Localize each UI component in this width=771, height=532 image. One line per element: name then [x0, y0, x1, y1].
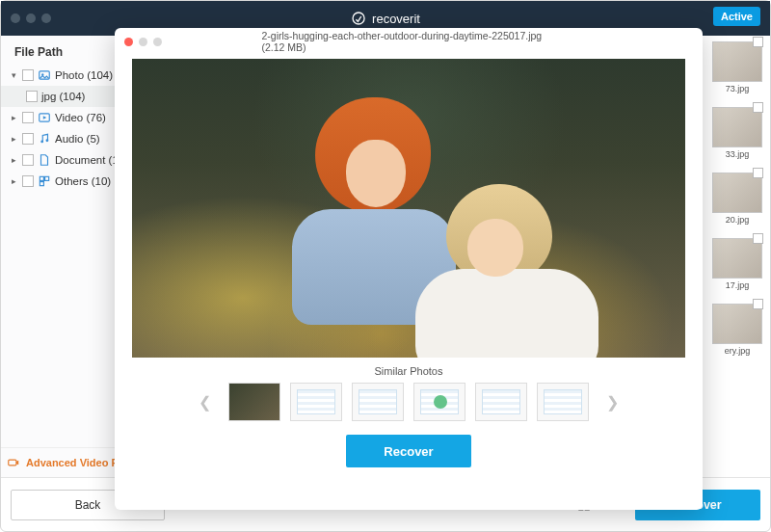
similar-thumb[interactable]: [352, 383, 404, 421]
svg-point-4: [40, 141, 43, 144]
tree-label: Others (10): [55, 175, 111, 187]
audio-icon: [38, 132, 51, 146]
others-icon: [38, 174, 51, 188]
modal-recover-button[interactable]: Recover: [346, 435, 471, 467]
minimize-window-icon[interactable]: [26, 13, 36, 23]
checkbox[interactable]: [753, 37, 763, 47]
prev-arrow-icon[interactable]: ❮: [191, 393, 219, 412]
similar-thumb[interactable]: [290, 383, 342, 421]
thumbnail-label: ery.jpg: [712, 346, 762, 356]
camera-icon: [7, 456, 20, 469]
checkbox[interactable]: [753, 299, 763, 309]
close-window-icon[interactable]: [11, 13, 20, 23]
checkbox[interactable]: [22, 69, 34, 81]
caret-down-icon[interactable]: ▾: [9, 70, 18, 80]
close-icon[interactable]: [124, 38, 133, 46]
similar-thumb[interactable]: [475, 383, 527, 421]
thumbnail-column: 73.jpg 33.jpg 20.jpg 17.jpg ery.jpg: [712, 41, 762, 356]
svg-rect-7: [45, 176, 49, 180]
tree-label: jpg (104): [41, 91, 85, 102]
modal-footer: Recover: [115, 435, 703, 467]
tree-label: Audio (5): [55, 133, 100, 145]
checkbox[interactable]: [26, 91, 38, 102]
zoom-icon[interactable]: [153, 38, 162, 46]
svg-point-0: [353, 13, 364, 24]
checkbox[interactable]: [753, 233, 763, 244]
thumbnail-label: 17.jpg: [712, 280, 762, 290]
preview-modal: 2-girls-hugging-each-other-outdoor-durin…: [115, 28, 703, 510]
thumbnail-item[interactable]: 33.jpg: [712, 107, 762, 159]
active-badge[interactable]: Active: [713, 7, 760, 26]
app-brand: recoverit: [351, 11, 420, 26]
caret-right-icon[interactable]: ▸: [9, 176, 18, 186]
app-title: recoverit: [372, 12, 420, 26]
checkbox[interactable]: [22, 112, 34, 123]
svg-point-5: [46, 139, 49, 142]
thumbnail-item[interactable]: 73.jpg: [712, 41, 762, 93]
similar-thumb[interactable]: [537, 383, 589, 421]
app-window: recoverit Active File Path ▾ Photo (104)…: [0, 0, 771, 532]
caret-right-icon[interactable]: ▸: [9, 134, 18, 144]
similar-thumb[interactable]: [413, 383, 465, 421]
checkbox[interactable]: [22, 133, 34, 145]
thumbnail-label: 33.jpg: [712, 149, 762, 159]
thumbnail-item[interactable]: 20.jpg: [712, 173, 762, 225]
svg-rect-6: [40, 176, 43, 180]
thumbnail-item[interactable]: ery.jpg: [712, 304, 762, 356]
preview-filename: 2-girls-hugging-each-other-outdoor-durin…: [262, 30, 556, 53]
tree-label: Video (76): [55, 112, 106, 123]
caret-right-icon[interactable]: ▸: [9, 113, 18, 122]
modal-titlebar: 2-girls-hugging-each-other-outdoor-durin…: [115, 28, 703, 55]
modal-window-controls: [124, 38, 162, 46]
minimize-icon[interactable]: [139, 38, 147, 46]
caret-right-icon[interactable]: ▸: [9, 155, 18, 165]
svg-rect-8: [40, 182, 43, 186]
checkbox[interactable]: [753, 168, 763, 178]
preview-image: [132, 59, 685, 358]
window-controls: [11, 13, 51, 23]
thumbnail-label: 73.jpg: [712, 84, 762, 93]
next-arrow-icon[interactable]: ❯: [598, 393, 626, 412]
checkbox[interactable]: [22, 175, 34, 187]
thumbnail-label: 20.jpg: [712, 215, 762, 225]
thumbnail-item[interactable]: 17.jpg: [712, 238, 762, 290]
photo-icon: [38, 68, 51, 82]
zoom-window-icon[interactable]: [41, 13, 51, 23]
tree-label: Photo (104): [55, 69, 113, 81]
checkbox[interactable]: [753, 102, 763, 113]
video-icon: [38, 111, 51, 124]
checkbox[interactable]: [22, 154, 34, 166]
document-icon: [38, 153, 51, 167]
similar-photos-row: ❮ ❯: [115, 383, 703, 421]
recoverit-logo-icon: [351, 11, 366, 26]
similar-photos-label: Similar Photos: [115, 365, 703, 377]
svg-rect-9: [9, 460, 16, 466]
similar-thumb[interactable]: [228, 383, 280, 421]
